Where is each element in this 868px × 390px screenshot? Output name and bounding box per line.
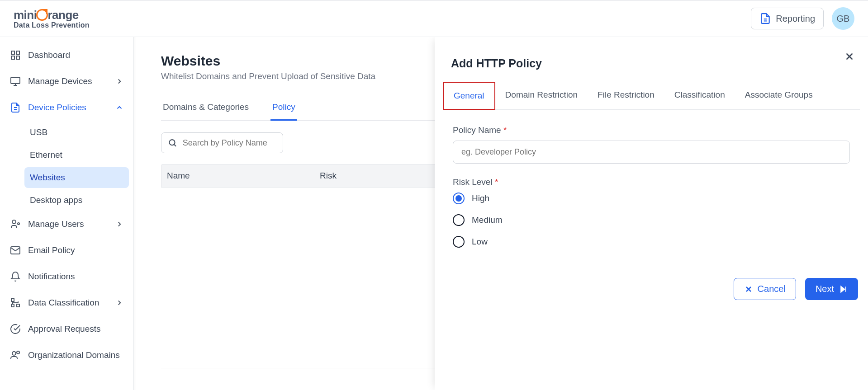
svg-point-11 <box>12 220 16 224</box>
sidebar-item-label: Device Policies <box>28 103 86 113</box>
sidebar-sub-usb[interactable]: USB <box>24 122 129 143</box>
risk-option-label: High <box>472 193 489 203</box>
panel-form: Policy Name * Risk Level * High Medium L… <box>443 125 860 258</box>
avatar-initials: GB <box>837 14 850 24</box>
svg-point-18 <box>17 351 19 354</box>
chevron-right-icon <box>115 299 123 307</box>
bell-icon <box>10 271 21 282</box>
risk-option-label: Medium <box>472 215 503 225</box>
sidebar-item-manage-devices[interactable]: Manage Devices <box>5 70 129 93</box>
risk-option-high[interactable]: High <box>453 193 850 204</box>
brand-o-icon <box>36 9 48 21</box>
sidebar-item-label: Manage Users <box>28 219 84 229</box>
sidebar-item-label: Organizational Domains <box>28 350 120 361</box>
report-icon <box>759 13 771 24</box>
svg-line-20 <box>174 145 176 146</box>
users-icon <box>10 219 21 230</box>
risk-option-low[interactable]: Low <box>453 236 850 248</box>
chevron-up-icon <box>115 103 123 112</box>
panel-tab-classification[interactable]: Classification <box>664 82 735 109</box>
sidebar-item-label: Notifications <box>28 272 75 282</box>
sidebar-item-label: Email Policy <box>28 245 75 255</box>
radio-icon <box>453 214 465 226</box>
svg-rect-16 <box>11 304 14 307</box>
sidebar-item-label: Manage Devices <box>28 76 92 86</box>
tree-icon <box>10 297 21 308</box>
avatar[interactable]: GB <box>832 7 854 30</box>
check-circle-icon <box>10 324 21 334</box>
panel-tab-general[interactable]: General <box>443 82 495 110</box>
search-input[interactable] <box>183 138 276 148</box>
panel-tab-domain-restriction[interactable]: Domain Restriction <box>495 82 588 109</box>
sidebar-item-label: Approval Requests <box>28 324 101 334</box>
sidebar-item-label: Dashboard <box>28 50 70 60</box>
svg-rect-15 <box>17 304 19 307</box>
required-mark: * <box>503 125 507 135</box>
close-icon <box>844 51 855 62</box>
device-policies-subitems: USB Ethernet Websites Desktop apps <box>5 122 129 211</box>
chevron-right-icon <box>115 220 123 228</box>
sidebar-item-notifications[interactable]: Notifications <box>5 265 129 288</box>
cancel-button[interactable]: Cancel <box>734 278 796 300</box>
brand-suffix: range <box>47 8 78 22</box>
tab-domains-categories[interactable]: Domains & Categories <box>161 95 251 120</box>
sidebar-item-label: Data Classification <box>28 298 99 308</box>
main-content: Websites Whitelist Domains and Prevent U… <box>134 37 868 390</box>
brand-logo: mini range Data Loss Prevention <box>14 8 90 29</box>
divider <box>443 265 860 265</box>
document-icon <box>10 102 21 113</box>
svg-marker-25 <box>841 286 844 292</box>
sidebar-item-email-policy[interactable]: Email Policy <box>5 239 129 262</box>
panel-actions: Cancel Next <box>443 278 860 300</box>
svg-rect-14 <box>11 299 14 301</box>
svg-rect-6 <box>11 77 20 84</box>
risk-option-medium[interactable]: Medium <box>453 214 850 226</box>
next-button[interactable]: Next <box>805 278 858 300</box>
dashboard-icon <box>10 50 21 61</box>
cancel-label: Cancel <box>758 284 786 294</box>
risk-level-label: Risk Level * <box>453 177 850 187</box>
svg-rect-5 <box>16 56 19 59</box>
sidebar-item-org-domains[interactable]: Organizational Domains <box>5 343 129 367</box>
monitor-icon <box>10 76 21 87</box>
add-policy-panel: Add HTTP Policy General Domain Restricti… <box>435 37 868 390</box>
sidebar: Dashboard Manage Devices Device Policies… <box>0 37 134 390</box>
sidebar-sub-ethernet[interactable]: Ethernet <box>24 145 129 165</box>
search-icon <box>168 137 177 148</box>
svg-point-19 <box>169 140 175 145</box>
radio-icon <box>453 193 465 204</box>
svg-rect-2 <box>11 51 14 54</box>
risk-option-label: Low <box>472 237 488 247</box>
panel-tabs: General Domain Restriction File Restrict… <box>443 82 860 110</box>
reporting-label: Reporting <box>776 14 815 24</box>
sidebar-item-dashboard[interactable]: Dashboard <box>5 43 129 67</box>
chevron-right-icon <box>115 77 123 85</box>
column-name: Name <box>161 171 320 181</box>
svg-rect-3 <box>16 51 19 54</box>
search-wrapper[interactable] <box>161 132 283 153</box>
policy-name-label: Policy Name * <box>453 125 850 135</box>
policy-name-input[interactable] <box>453 141 850 164</box>
sidebar-item-approval-requests[interactable]: Approval Requests <box>5 317 129 341</box>
people-icon <box>10 350 21 361</box>
close-icon <box>744 285 753 294</box>
svg-point-17 <box>12 352 16 355</box>
svg-rect-4 <box>11 56 14 59</box>
sidebar-sub-desktop-apps[interactable]: Desktop apps <box>24 190 129 211</box>
tab-policy[interactable]: Policy <box>270 95 297 121</box>
panel-tab-associate-groups[interactable]: Associate Groups <box>735 82 823 109</box>
sidebar-item-device-policies[interactable]: Device Policies <box>5 96 129 119</box>
sidebar-sub-websites[interactable]: Websites <box>24 167 129 188</box>
mail-icon <box>10 245 21 256</box>
sidebar-item-data-classification[interactable]: Data Classification <box>5 291 129 315</box>
next-icon <box>839 285 848 294</box>
sidebar-item-manage-users[interactable]: Manage Users <box>5 212 129 236</box>
required-mark: * <box>495 177 498 187</box>
panel-tab-file-restriction[interactable]: File Restriction <box>588 82 664 109</box>
reporting-button[interactable]: Reporting <box>751 8 824 29</box>
brand-prefix: mini <box>14 8 37 22</box>
close-button[interactable] <box>844 51 855 64</box>
brand-subtitle: Data Loss Prevention <box>14 21 90 29</box>
svg-point-12 <box>18 223 19 225</box>
next-label: Next <box>816 284 834 294</box>
